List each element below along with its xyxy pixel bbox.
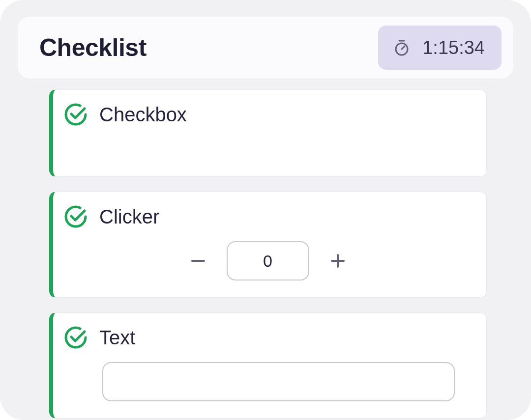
check-circle-icon	[63, 102, 88, 127]
item-label: Checkbox	[99, 104, 187, 126]
svg-line-1	[402, 46, 405, 49]
item-label: Clicker	[99, 206, 159, 228]
item-label: Text	[99, 327, 135, 349]
app-panel: Checklist 1:15:34 Ch	[0, 0, 531, 420]
timer-badge: 1:15:34	[378, 26, 502, 70]
item-header: Text	[63, 325, 472, 350]
clicker-count: 0	[227, 241, 309, 280]
item-header: Clicker	[63, 204, 472, 229]
checklist-item-text: Text	[49, 312, 487, 419]
header-bar: Checklist 1:15:34	[18, 17, 513, 79]
checklist-item-checkbox[interactable]: Checkbox	[49, 89, 487, 177]
increment-button[interactable]	[326, 249, 350, 273]
item-header: Checkbox	[63, 102, 472, 127]
check-circle-icon	[63, 204, 88, 229]
check-circle-icon	[63, 325, 88, 350]
timer-value: 1:15:34	[422, 37, 485, 58]
decrement-button[interactable]	[186, 249, 210, 273]
checklist-list: Checkbox Clicker 0	[49, 89, 487, 419]
text-input-wrap	[102, 362, 455, 401]
page-title: Checklist	[39, 33, 147, 62]
checklist-item-clicker: Clicker 0	[49, 192, 487, 298]
clicker-controls: 0	[63, 241, 472, 280]
stopwatch-icon	[392, 38, 412, 57]
text-input[interactable]	[102, 362, 455, 401]
